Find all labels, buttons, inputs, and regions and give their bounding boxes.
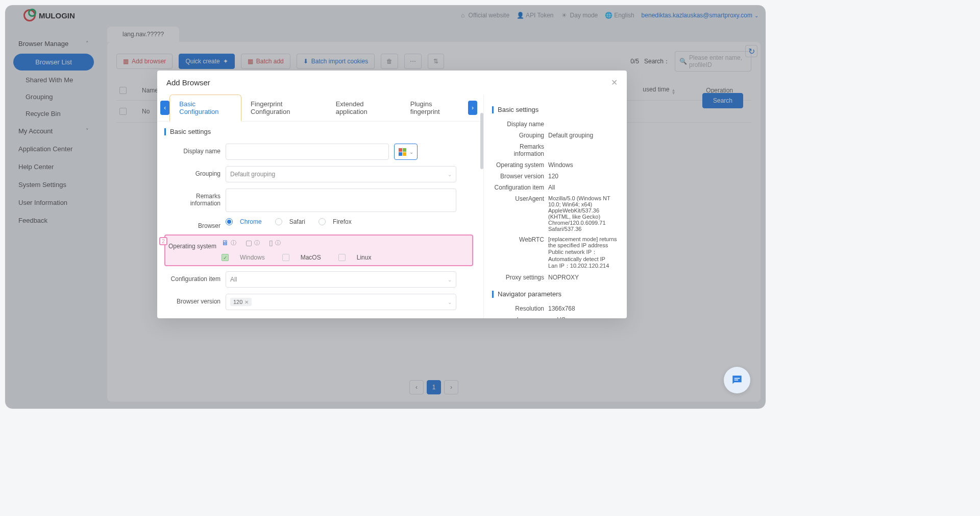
os-highlight-box: 2 Operating system 🖥ⓘ ▢ⓘ ▯ⓘ Windows bbox=[164, 234, 473, 266]
summary-section-basic: Basic settings bbox=[492, 106, 619, 113]
browser-version-select[interactable]: 120✕⌄ bbox=[226, 294, 456, 310]
row-browser: Browser Chrome Safari Firefox bbox=[157, 215, 480, 232]
info-icon: ⓘ bbox=[254, 239, 260, 247]
chevron-down-icon: ⌄ bbox=[448, 277, 452, 283]
checkbox-macos[interactable] bbox=[282, 254, 289, 261]
display-name-input[interactable] bbox=[226, 144, 389, 160]
device-desktop[interactable]: 🖥ⓘ bbox=[222, 239, 236, 247]
row-remarks: Remarks information bbox=[157, 185, 480, 215]
tab-scroll-right[interactable]: › bbox=[468, 101, 477, 115]
chat-icon bbox=[730, 373, 744, 387]
modal-left: ‹ Basic Configuration Fingerprint Config… bbox=[157, 95, 484, 318]
row-browser-version: Browser version 120✕⌄ bbox=[157, 291, 480, 313]
svg-rect-1 bbox=[734, 380, 739, 381]
modal-tab-strip: ‹ Basic Configuration Fingerprint Config… bbox=[157, 95, 480, 122]
info-icon: ⓘ bbox=[275, 239, 281, 247]
windows-icon bbox=[399, 148, 406, 156]
device-tablet[interactable]: ▢ⓘ bbox=[246, 239, 260, 247]
close-icon[interactable]: ✕ bbox=[611, 78, 618, 87]
tab-basic-config[interactable]: Basic Configuration bbox=[169, 95, 241, 122]
row-config-item: Configuration item All⌄ bbox=[157, 268, 480, 291]
version-chip[interactable]: 120✕ bbox=[230, 298, 252, 306]
modal-body: ‹ Basic Configuration Fingerprint Config… bbox=[157, 95, 627, 318]
os-selector-button[interactable]: ⌄ bbox=[394, 144, 418, 160]
close-icon[interactable]: ✕ bbox=[244, 299, 249, 305]
add-browser-modal: Add Browser ✕ ‹ Basic Configuration Fing… bbox=[157, 71, 627, 318]
radio-chrome[interactable] bbox=[226, 218, 233, 225]
section-basic-settings: Basic settings bbox=[164, 128, 480, 135]
svg-rect-0 bbox=[734, 378, 740, 379]
modal-footer: Cancel Save bbox=[157, 313, 480, 318]
row-grouping: Grouping Default grouping⌄ bbox=[157, 163, 480, 185]
checkbox-windows[interactable] bbox=[222, 254, 229, 261]
device-icons: 🖥ⓘ ▢ⓘ ▯ⓘ bbox=[222, 239, 281, 247]
grouping-select[interactable]: Default grouping⌄ bbox=[226, 166, 456, 182]
chevron-down-icon: ⌄ bbox=[448, 172, 452, 177]
summary-section-navigator: Navigator parameters bbox=[492, 290, 619, 298]
app-frame: MULOGIN ⌂Official website 👤API Token ☀Da… bbox=[5, 5, 766, 409]
device-mobile[interactable]: ▯ⓘ bbox=[269, 239, 281, 247]
tab-plugins-fingerprint[interactable]: Plugins fingerprint bbox=[401, 95, 468, 121]
tab-scroll-left[interactable]: ‹ bbox=[160, 101, 169, 115]
modal-title: Add Browser bbox=[166, 78, 210, 87]
config-item-select[interactable]: All⌄ bbox=[226, 271, 456, 288]
remarks-textarea[interactable] bbox=[226, 189, 456, 212]
tab-fingerprint-config[interactable]: Fingerprint Configuration bbox=[241, 95, 327, 121]
row-display-name: Display name ⌄ bbox=[157, 140, 480, 163]
chevron-down-icon: ⌄ bbox=[448, 299, 452, 305]
checkbox-linux[interactable] bbox=[338, 254, 346, 261]
scrollbar[interactable] bbox=[480, 113, 483, 169]
tab-extended-app[interactable]: Extended application bbox=[327, 95, 401, 121]
modal-header: Add Browser ✕ bbox=[157, 71, 627, 95]
info-icon: ⓘ bbox=[231, 239, 236, 247]
chat-bubble[interactable] bbox=[724, 367, 750, 393]
radio-firefox[interactable] bbox=[318, 218, 326, 225]
step-badge: 2 bbox=[159, 237, 167, 245]
os-checkboxes: Windows MacOS Linux bbox=[167, 254, 470, 261]
modal-summary: Basic settings Display name GroupingDefa… bbox=[484, 95, 627, 318]
chevron-down-icon: ⌄ bbox=[409, 149, 413, 155]
radio-safari[interactable] bbox=[275, 218, 282, 225]
